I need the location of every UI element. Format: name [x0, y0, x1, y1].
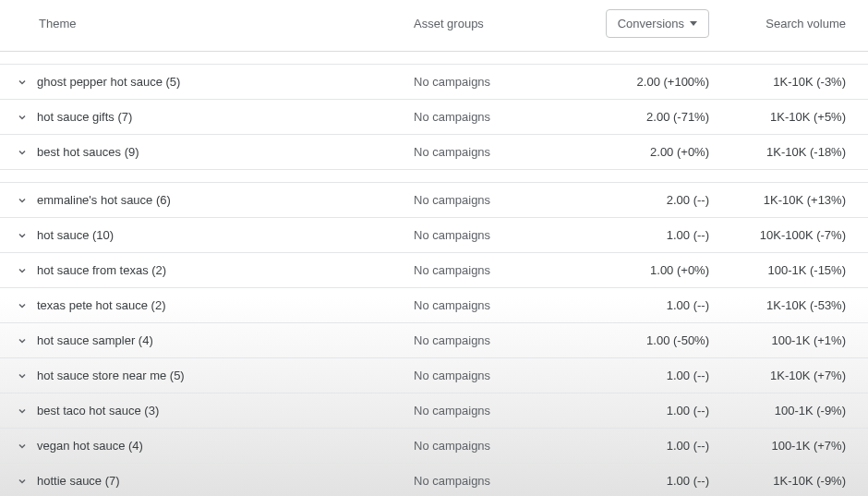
- chevron-down-icon[interactable]: [17, 265, 28, 276]
- asset-groups-cell: No campaigns: [414, 228, 571, 242]
- table-row[interactable]: hottie sauce (7)No campaigns1.00 (--)1K-…: [0, 464, 868, 496]
- search-volume-cell: 1K-10K (+13%): [709, 193, 851, 207]
- search-volume-cell: 1K-10K (-9%): [709, 474, 851, 488]
- table-row[interactable]: best taco hot sauce (3)No campaigns1.00 …: [0, 393, 868, 429]
- chevron-down-icon[interactable]: [17, 300, 28, 311]
- theme-cell: best hot sauces (9): [17, 145, 414, 159]
- conversions-cell: 1.00 (--): [571, 404, 709, 417]
- theme-cell: hot sauce from texas (2): [17, 263, 414, 277]
- table-row[interactable]: hot sauce from texas (2)No campaigns1.00…: [0, 253, 868, 288]
- asset-groups-cell: No campaigns: [414, 404, 571, 417]
- asset-groups-cell: No campaigns: [414, 110, 571, 124]
- chevron-down-icon[interactable]: [17, 476, 28, 487]
- table-row[interactable]: best hot sauces (9)No campaigns2.00 (+0%…: [0, 135, 868, 170]
- search-volume-cell: 1K-10K (+7%): [709, 369, 851, 382]
- theme-label: hot sauce from texas (2): [37, 263, 166, 277]
- themes-table: Theme Asset groups Conversions Search vo…: [0, 0, 868, 496]
- conversions-cell: 1.00 (--): [571, 228, 709, 242]
- chevron-down-icon[interactable]: [17, 441, 28, 452]
- search-volume-cell: 1K-10K (+5%): [709, 110, 851, 124]
- theme-cell: best taco hot sauce (3): [17, 404, 414, 417]
- conversions-cell: 1.00 (--): [571, 369, 709, 382]
- asset-groups-cell: No campaigns: [414, 193, 571, 207]
- theme-label: hot sauce (10): [37, 228, 114, 242]
- chevron-down-icon[interactable]: [17, 230, 28, 241]
- conversions-cell: 2.00 (+0%): [571, 145, 709, 159]
- theme-cell: vegan hot sauce (4): [17, 439, 414, 453]
- table-row[interactable]: hot sauce store near me (5)No campaigns1…: [0, 358, 868, 393]
- conversions-cell: 1.00 (--): [571, 474, 709, 488]
- search-volume-cell: 100-1K (+1%): [709, 333, 851, 347]
- table-row[interactable]: ghost pepper hot sauce (5)No campaigns2.…: [0, 65, 868, 100]
- search-volume-cell: 1K-10K (-53%): [709, 298, 851, 312]
- spacer-row: [0, 52, 868, 65]
- theme-cell: hot sauce gifts (7): [17, 110, 414, 124]
- search-volume-cell: 1K-10K (-18%): [709, 145, 851, 159]
- theme-label: ghost pepper hot sauce (5): [37, 75, 180, 89]
- table-row[interactable]: hot sauce (10)No campaigns1.00 (--)10K-1…: [0, 218, 868, 253]
- conversions-cell: 1.00 (+0%): [571, 263, 709, 277]
- asset-groups-cell: No campaigns: [414, 439, 571, 453]
- header-search-volume: Search volume: [709, 17, 851, 30]
- theme-cell: hot sauce (10): [17, 228, 414, 242]
- conversions-label: Conversions: [618, 17, 684, 30]
- table-row[interactable]: hot sauce gifts (7)No campaigns2.00 (-71…: [0, 100, 868, 135]
- theme-cell: hot sauce sampler (4): [17, 333, 414, 347]
- theme-label: emmaline's hot sauce (6): [37, 193, 171, 207]
- table-row[interactable]: emmaline's hot sauce (6)No campaigns2.00…: [0, 183, 868, 218]
- search-volume-cell: 1K-10K (-3%): [709, 75, 851, 89]
- search-volume-cell: 100-1K (+7%): [709, 439, 851, 453]
- conversions-cell: 2.00 (+100%): [571, 75, 709, 89]
- table-row[interactable]: hot sauce sampler (4)No campaigns1.00 (-…: [0, 323, 868, 358]
- asset-groups-cell: No campaigns: [414, 263, 571, 277]
- asset-groups-cell: No campaigns: [414, 333, 571, 347]
- theme-label: hot sauce gifts (7): [37, 110, 132, 124]
- search-volume-cell: 100-1K (-15%): [709, 263, 851, 277]
- asset-groups-cell: No campaigns: [414, 145, 571, 159]
- chevron-down-icon[interactable]: [17, 195, 28, 206]
- theme-cell: hot sauce store near me (5): [17, 369, 414, 382]
- asset-groups-cell: No campaigns: [414, 474, 571, 488]
- chevron-down-icon[interactable]: [17, 147, 28, 158]
- theme-label: texas pete hot sauce (2): [37, 298, 165, 312]
- theme-cell: texas pete hot sauce (2): [17, 298, 414, 312]
- theme-label: hottie sauce (7): [37, 474, 120, 488]
- conversions-cell: 1.00 (--): [571, 298, 709, 312]
- header-asset-groups: Asset groups: [414, 17, 571, 30]
- chevron-down-icon[interactable]: [17, 112, 28, 123]
- theme-label: hot sauce store near me (5): [37, 369, 185, 382]
- theme-label: best taco hot sauce (3): [37, 404, 159, 417]
- conversions-cell: 1.00 (--): [571, 439, 709, 453]
- conversions-cell: 2.00 (-71%): [571, 110, 709, 124]
- table-body: ghost pepper hot sauce (5)No campaigns2.…: [0, 65, 868, 496]
- asset-groups-cell: No campaigns: [414, 369, 571, 382]
- asset-groups-cell: No campaigns: [414, 75, 571, 89]
- search-volume-cell: 100-1K (-9%): [709, 404, 851, 417]
- table-row[interactable]: vegan hot sauce (4)No campaigns1.00 (--)…: [0, 429, 868, 464]
- search-volume-cell: 10K-100K (-7%): [709, 228, 851, 242]
- table-row[interactable]: texas pete hot sauce (2)No campaigns1.00…: [0, 288, 868, 323]
- asset-groups-cell: No campaigns: [414, 298, 571, 312]
- theme-label: vegan hot sauce (4): [37, 439, 143, 453]
- theme-cell: emmaline's hot sauce (6): [17, 193, 414, 207]
- chevron-down-icon[interactable]: [17, 77, 28, 88]
- spacer-row: [0, 170, 868, 183]
- chevron-down-icon[interactable]: [17, 405, 28, 417]
- table-header: Theme Asset groups Conversions Search vo…: [0, 0, 868, 52]
- theme-cell: ghost pepper hot sauce (5): [17, 75, 414, 89]
- header-theme: Theme: [17, 17, 414, 30]
- chevron-down-icon[interactable]: [17, 335, 28, 346]
- conversions-cell: 1.00 (-50%): [571, 333, 709, 347]
- theme-label: hot sauce sampler (4): [37, 333, 153, 347]
- conversions-sort-button[interactable]: Conversions: [606, 9, 709, 38]
- caret-down-icon: [690, 21, 697, 26]
- chevron-down-icon[interactable]: [17, 370, 28, 381]
- conversions-cell: 2.00 (--): [571, 193, 709, 207]
- theme-cell: hottie sauce (7): [17, 474, 414, 488]
- theme-label: best hot sauces (9): [37, 145, 139, 159]
